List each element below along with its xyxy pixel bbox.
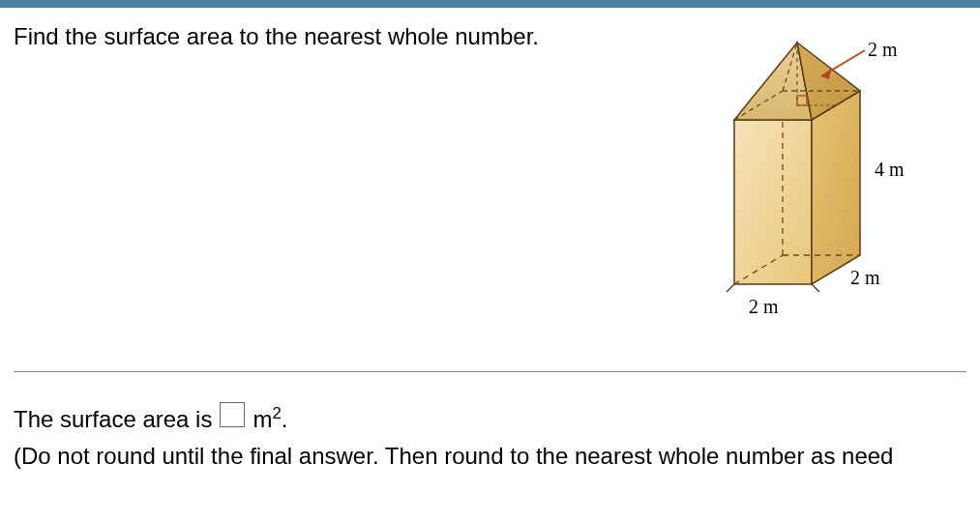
figure: 2 m 4 m 2 m 2 m [696,23,966,323]
unit-base: m [252,406,272,432]
top-accent-bar [0,0,980,8]
answer-input-box[interactable] [220,402,245,427]
label-base-depth: 2 m [850,267,880,289]
answer-hint: (Do not round until the final answer. Th… [14,438,966,475]
answer-area: The surface area is m2. (Do not round un… [14,401,966,476]
answer-line: The surface area is m2. [14,401,966,438]
content: Find the surface area to the nearest who… [0,8,980,491]
label-prism-height: 4 m [875,159,905,181]
svg-line-16 [812,284,819,292]
solid-figure [696,23,966,323]
section-divider [14,371,966,372]
problem-row: Find the surface area to the nearest who… [14,23,966,323]
answer-unit: m2. [252,401,287,438]
answer-lead: The surface area is [14,401,212,438]
svg-marker-0 [734,120,812,284]
unit-exponent: 2 [272,404,281,422]
label-slant-height: 2 m [868,39,898,61]
problem-prompt: Find the surface area to the nearest who… [14,23,657,50]
unit-period: . [282,406,288,432]
label-base-width: 2 m [749,296,779,318]
svg-line-15 [727,284,734,292]
